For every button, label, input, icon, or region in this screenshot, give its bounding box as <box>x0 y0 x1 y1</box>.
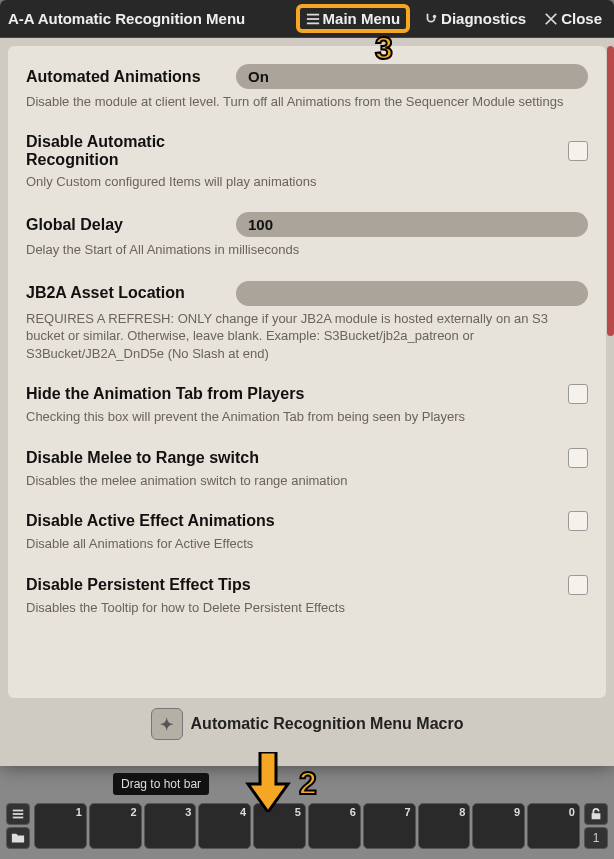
svg-rect-6 <box>13 817 24 819</box>
setting-row-persist-tips: Disable Persistent Effect Tips <box>26 575 588 595</box>
hotbar-collapse-button[interactable] <box>6 803 30 825</box>
disable-auto-checkbox[interactable] <box>568 141 588 161</box>
settings-window: A-A Automatic Recognition Menu Main Menu… <box>0 0 614 766</box>
lock-open-icon <box>589 807 603 821</box>
diagnostics-button[interactable]: Diagnostics <box>420 8 530 29</box>
slot-number: 6 <box>350 806 356 818</box>
hotbar-left-controls <box>6 803 30 849</box>
hotbar-slot[interactable]: 1 <box>34 803 87 849</box>
jb2a-input[interactable] <box>236 281 588 306</box>
macro-icon[interactable]: ✦ <box>151 708 183 740</box>
svg-rect-5 <box>13 813 24 815</box>
slot-number: 0 <box>569 806 575 818</box>
annotation-3: 3 <box>375 30 393 67</box>
hotbar-page-number: 1 <box>593 831 600 845</box>
hotbar-slot[interactable]: 8 <box>418 803 471 849</box>
setting-label: Automated Animations <box>26 68 236 86</box>
scrollbar-thumb[interactable] <box>607 46 614 336</box>
hotbar-slot[interactable]: 6 <box>308 803 361 849</box>
folder-icon <box>11 831 25 845</box>
titlebar: A-A Automatic Recognition Menu Main Menu… <box>0 0 614 38</box>
slot-number: 2 <box>130 806 136 818</box>
slot-number: 1 <box>76 806 82 818</box>
setting-label: Disable Persistent Effect Tips <box>26 576 568 594</box>
setting-row-global-delay: Global Delay <box>26 212 588 237</box>
setting-label: Global Delay <box>26 216 236 234</box>
hotbar-slot[interactable]: 3 <box>144 803 197 849</box>
macro-footer: ✦ Automatic Recognition Menu Macro <box>8 698 606 758</box>
setting-label: Disable Automatic Recognition <box>26 133 236 169</box>
annotation-2: 2 <box>299 765 317 802</box>
global-delay-input[interactable] <box>236 212 588 237</box>
svg-rect-4 <box>13 810 24 812</box>
drag-tooltip: Drag to hot bar <box>113 773 209 795</box>
hotbar-right-controls: 1 <box>584 803 608 849</box>
setting-desc: REQUIRES A REFRESH: ONLY change if your … <box>26 310 588 363</box>
setting-label: JB2A Asset Location <box>26 284 236 302</box>
svg-rect-1 <box>306 18 318 20</box>
setting-desc: Delay the Start of All Animations in mil… <box>26 241 588 259</box>
main-menu-label: Main Menu <box>323 10 401 27</box>
setting-desc: Only Custom configured Items will play a… <box>26 173 588 191</box>
setting-row-automated-animations: Automated Animations On <box>26 64 588 89</box>
hotbar-slot[interactable]: 7 <box>363 803 416 849</box>
svg-point-3 <box>433 14 437 18</box>
main-menu-button[interactable]: Main Menu <box>296 4 411 33</box>
setting-row-jb2a: JB2A Asset Location <box>26 281 588 306</box>
hotbar-slot[interactable]: 2 <box>89 803 142 849</box>
hotbar-slots: 1 2 3 4 5 6 7 8 9 0 <box>34 803 580 849</box>
setting-row-hide-tab: Hide the Animation Tab from Players <box>26 384 588 404</box>
setting-row-disable-auto: Disable Automatic Recognition <box>26 133 588 169</box>
setting-desc: Disables the Tooltip for how to Delete P… <box>26 599 588 617</box>
setting-label: Disable Active Effect Animations <box>26 512 568 530</box>
slot-number: 5 <box>295 806 301 818</box>
setting-desc: Disables the melee animation switch to r… <box>26 472 588 490</box>
svg-rect-2 <box>306 22 318 24</box>
close-icon <box>544 12 558 26</box>
setting-label: Disable Melee to Range switch <box>26 449 568 467</box>
setting-row-active-effect: Disable Active Effect Animations <box>26 511 588 531</box>
automated-animations-select[interactable]: On <box>236 64 588 89</box>
persist-tips-checkbox[interactable] <box>568 575 588 595</box>
window-title: A-A Automatic Recognition Menu <box>8 10 286 27</box>
close-label: Close <box>561 10 602 27</box>
setting-label: Hide the Animation Tab from Players <box>26 385 568 403</box>
bars-icon <box>11 807 25 821</box>
slot-number: 8 <box>459 806 465 818</box>
macro-label: Automatic Recognition Menu Macro <box>191 715 464 733</box>
svg-rect-0 <box>306 13 318 15</box>
setting-row-melee-range: Disable Melee to Range switch <box>26 448 588 468</box>
slot-number: 7 <box>404 806 410 818</box>
close-button[interactable]: Close <box>540 8 606 29</box>
setting-desc: Checking this box will prevent the Anima… <box>26 408 588 426</box>
setting-desc: Disable the module at client level. Turn… <box>26 93 588 111</box>
active-effect-checkbox[interactable] <box>568 511 588 531</box>
settings-content[interactable]: Automated Animations On Disable the modu… <box>8 46 606 698</box>
hotbar-slot[interactable]: 0 <box>527 803 580 849</box>
list-icon <box>306 12 320 26</box>
hotbar-page-button[interactable]: 1 <box>584 827 608 849</box>
diagnostics-label: Diagnostics <box>441 10 526 27</box>
hotbar: 1 2 3 4 5 6 7 8 9 0 1 <box>2 799 612 853</box>
stethoscope-icon <box>424 12 438 26</box>
setting-desc: Disable all Animations for Active Effect… <box>26 535 588 553</box>
slot-number: 9 <box>514 806 520 818</box>
slot-number: 3 <box>185 806 191 818</box>
hotbar-folder-button[interactable] <box>6 827 30 849</box>
hide-tab-checkbox[interactable] <box>568 384 588 404</box>
hotbar-slot[interactable]: 9 <box>472 803 525 849</box>
content-wrap: Automated Animations On Disable the modu… <box>0 38 614 766</box>
melee-range-checkbox[interactable] <box>568 448 588 468</box>
arrow-down-icon <box>244 752 292 812</box>
hotbar-lock-button[interactable] <box>584 803 608 825</box>
